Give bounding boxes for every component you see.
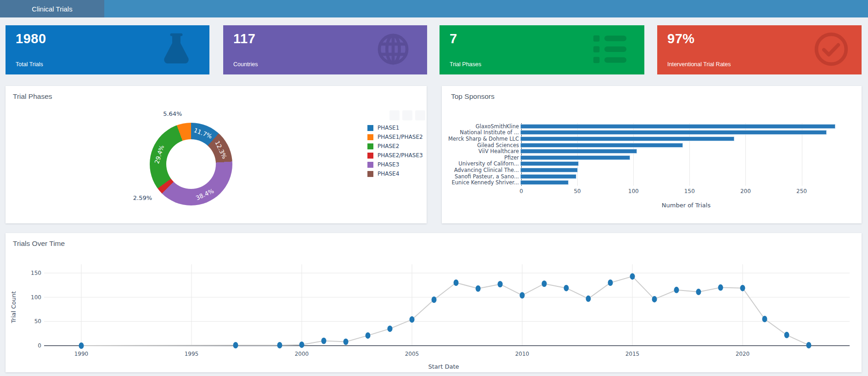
data-point: [542, 280, 547, 287]
trend-line: [81, 276, 809, 346]
pie-slice-label: 11.7%: [193, 126, 213, 140]
sponsor-bar: [520, 143, 683, 148]
data-point: [630, 273, 635, 279]
data-point: [299, 342, 304, 348]
donut-legend: PHASE1PHASE1/PHASE2PHASE2PHASE2/PHASE3PH…: [367, 123, 423, 178]
kpi-label: Interventional Trial Rates: [667, 61, 731, 68]
x-tick-label: 2015: [626, 351, 640, 357]
modebar-pan-icon[interactable]: [402, 110, 412, 120]
legend-item-phase1-phase2[interactable]: PHASE1/PHASE2: [367, 132, 423, 142]
data-point: [366, 332, 371, 339]
sponsor-row: Advancing Clinical The...: [442, 167, 855, 173]
modebar-camera-icon[interactable]: [415, 110, 425, 120]
legend-swatch: [367, 125, 373, 131]
legend-swatch: [367, 143, 373, 149]
y-tick-label: 150: [31, 270, 41, 276]
pie-slice-label: 5.64%: [163, 110, 182, 117]
sponsor-row: University of Californ...: [442, 161, 855, 167]
sponsor-category-label: University of Californ...: [442, 160, 520, 167]
data-point: [784, 332, 789, 338]
flask-icon: [160, 31, 193, 69]
kpi-label: Total Trials: [16, 61, 43, 68]
sponsors-bar-rows: GlaxoSmithKlineNational Institute of ...…: [442, 123, 855, 186]
panel-trials-over-time: Trials Over Time Trial Count 05010015019…: [6, 233, 862, 372]
data-point: [608, 279, 613, 286]
panel-title: Top Sponsors: [451, 92, 495, 101]
sponsor-category-label: Merck Sharp & Dohme LLC: [442, 136, 520, 142]
legend-swatch: [367, 162, 373, 168]
x-tick-label: 2020: [736, 351, 750, 357]
panel-top-sponsors: Top Sponsors GlaxoSmithKlineNational Ins…: [442, 86, 862, 223]
x-tick-label: 2010: [515, 351, 530, 357]
sponsor-row: National Institute of ...: [442, 130, 855, 136]
legend-label: PHASE2: [378, 143, 399, 149]
kpi-card-total-trials: 1980 Total Trials: [6, 25, 209, 74]
data-point: [277, 342, 282, 348]
sponsor-category-label: Sanofi Pasteur, a Sano...: [442, 173, 520, 180]
sponsor-row: Pfizer: [442, 154, 855, 161]
x-tick-label: 2005: [405, 351, 419, 357]
x-tick-label: 250: [796, 188, 807, 194]
sponsor-category-label: Eunice Kennedy Shriver...: [442, 179, 520, 186]
legend-label: PHASE2/PHASE3: [378, 152, 423, 159]
data-point: [432, 296, 437, 303]
sponsor-row: ViiV Healthcare: [442, 148, 855, 154]
donut-chart: 11.7%12.3%38.4%2.59%29.4%5.64%: [150, 123, 232, 205]
legend-item-phase4[interactable]: PHASE4: [367, 169, 423, 178]
legend-label: PHASE3: [378, 161, 399, 168]
x-tick-label: 2000: [295, 351, 309, 357]
sponsor-category-label: ViiV Healthcare: [442, 148, 520, 154]
sponsor-row: Sanofi Pasteur, a Sano...: [442, 173, 855, 180]
sponsor-category-label: Advancing Clinical The...: [442, 167, 520, 173]
legend-item-phase2[interactable]: PHASE2: [367, 142, 423, 151]
data-point: [388, 325, 393, 332]
data-point: [718, 285, 723, 291]
sponsor-row: Gilead Sciences: [442, 142, 855, 148]
sponsor-bar: [520, 180, 569, 185]
kpi-card-trial-phases: 7 Trial Phases: [440, 25, 644, 74]
sponsor-bar: [520, 137, 734, 141]
sponsor-row: Merck Sharp & Dohme LLC: [442, 136, 855, 142]
pie-slice-label: 2.59%: [133, 194, 152, 201]
chart-modebar: [389, 110, 425, 120]
check-circle-icon: [813, 31, 850, 69]
data-point: [79, 342, 84, 349]
sponsor-category-label: Pfizer: [442, 154, 520, 161]
data-point: [762, 316, 767, 322]
data-point: [564, 285, 569, 291]
data-point: [696, 289, 701, 295]
donut-hole: [166, 139, 216, 189]
data-point: [454, 279, 459, 286]
modebar-zoom-icon[interactable]: [389, 110, 400, 120]
kpi-label: Countries: [233, 61, 258, 68]
x-tick-label: 50: [574, 188, 581, 194]
kpi-label: Trial Phases: [450, 61, 481, 68]
y-tick-label: 100: [31, 294, 41, 301]
sponsors-bar-chart: GlaxoSmithKlineNational Institute of ...…: [442, 123, 855, 186]
legend-swatch: [367, 171, 373, 177]
legend-item-phase2-phase3[interactable]: PHASE2/PHASE3: [367, 151, 423, 160]
time-x-axis-label: Start Date: [26, 363, 862, 370]
sponsor-bar: [520, 168, 578, 172]
y-tick-label: 50: [34, 318, 41, 325]
data-point: [321, 337, 327, 344]
sponsor-bar: [520, 155, 630, 160]
kpi-card-countries: 117 Countries: [223, 25, 427, 74]
data-point: [476, 285, 481, 292]
sponsor-category-label: Gilead Sciences: [442, 142, 520, 148]
y-tick-label: 0: [38, 342, 41, 349]
tab-clinical-trials[interactable]: Clinical Trials: [0, 0, 104, 17]
kpi-card-interventional-rate: 97% Interventional Trial Rates: [657, 25, 862, 74]
panel-title: Trial Phases: [13, 92, 52, 101]
sponsors-x-axis-label: Number of Trials: [521, 202, 851, 209]
legend-item-phase3[interactable]: PHASE3: [367, 160, 423, 169]
data-point: [233, 342, 238, 348]
top-header-bar: Clinical Trials: [0, 0, 868, 17]
pie-slice-label: 29.4%: [153, 144, 165, 165]
panel-title: Trials Over Time: [13, 239, 65, 248]
legend-label: PHASE4: [378, 171, 399, 177]
legend-item-phase1[interactable]: PHASE1: [367, 123, 423, 132]
x-tick-label: 0: [519, 188, 523, 194]
tab-label: Clinical Trials: [32, 5, 72, 13]
legend-label: PHASE1/PHASE2: [378, 134, 423, 140]
